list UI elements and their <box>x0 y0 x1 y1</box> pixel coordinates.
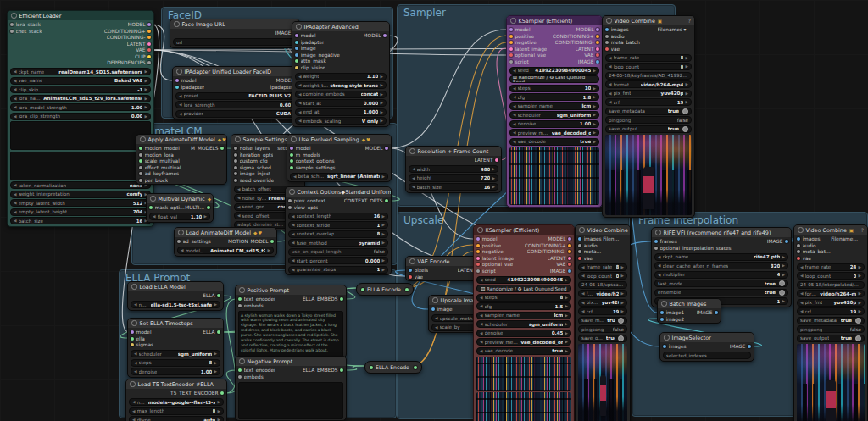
ipadapter-unified-loader-faceid-input-model[interactable]: model <box>175 78 204 84</box>
context-options-standard-uniform-widget-context_length[interactable]: ◀context_length16▶ <box>288 213 388 220</box>
negative-prompt-input-embeds[interactable]: embeds <box>238 374 275 380</box>
efficient-loader-input-cnet_stack[interactable]: cnet_stack <box>10 29 42 35</box>
efficient-loader-textarea[interactable] <box>10 152 151 180</box>
collapse-icon[interactable] <box>140 136 146 142</box>
output-slot-dot[interactable] <box>568 250 571 253</box>
decrement-arrow-icon[interactable]: ◀ <box>800 301 804 305</box>
image-selector-input-images[interactable]: images <box>663 344 687 350</box>
positive-prompt-input-embeds[interactable]: embeds <box>238 303 275 309</box>
output-slot-dot[interactable] <box>568 244 571 247</box>
load-t5-textencoder-ella-widget-dtype[interactable]: ◀dtypeauto▶ <box>129 416 224 421</box>
batch-images-output-IMAGE[interactable]: IMAGE <box>697 310 718 316</box>
input-slot-dot[interactable] <box>509 53 513 57</box>
increment-arrow-icon[interactable]: ▶ <box>565 278 568 282</box>
decrement-arrow-icon[interactable]: ◀ <box>134 361 137 365</box>
efficient-loader-widget-ckpt_name[interactable]: ◀ckpt_namerealDream14_SD15.safetensors▶ <box>10 68 151 75</box>
increment-arrow-icon[interactable]: ▶ <box>685 56 688 60</box>
image-selector-output-IMAGE[interactable]: IMAGE <box>730 344 751 350</box>
decrement-arrow-icon[interactable]: ◀ <box>153 214 156 219</box>
sample-settings-input-iteration_opts[interactable]: iteration_opts <box>234 152 277 158</box>
collapse-icon[interactable] <box>664 335 670 341</box>
increment-arrow-icon[interactable]: ▶ <box>565 340 568 344</box>
output-slot-dot[interactable] <box>385 199 388 202</box>
collapse-icon[interactable] <box>131 320 137 326</box>
resolution-frame-count-widget-width[interactable]: ◀width480▶ <box>409 165 498 173</box>
output-slot-dot[interactable] <box>147 48 151 52</box>
decrement-arrow-icon[interactable]: ◀ <box>480 340 483 344</box>
video-combine-2[interactable]: Video Combine▣?imagesaudiometa_batchvaeF… <box>575 224 631 421</box>
input-slot-dot[interactable] <box>660 311 664 314</box>
toggle-knob-icon[interactable] <box>618 335 624 341</box>
increment-arrow-icon[interactable]: ▶ <box>565 304 568 308</box>
video-combine-1-widget-save_metadata[interactable]: save_metadatatrue <box>605 108 692 115</box>
input-slot-dot[interactable] <box>578 237 581 241</box>
increment-arrow-icon[interactable]: ▶ <box>217 418 220 421</box>
increment-arrow-icon[interactable]: ▶ <box>782 263 785 268</box>
decrement-arrow-icon[interactable]: ◀ <box>609 64 612 69</box>
ksampler-efficient-1-output-MODEL[interactable]: MODEL <box>553 27 599 33</box>
increment-arrow-icon[interactable]: ▶ <box>565 322 568 326</box>
rife-vfi-input-optional_interpolation_states[interactable]: optional_interpolation_states <box>654 246 732 252</box>
ksampler-efficient-1-input-script[interactable]: script <box>509 59 547 65</box>
input-slot-dot[interactable] <box>431 307 435 311</box>
output-slot-dot[interactable] <box>147 55 151 58</box>
output-slot-dot[interactable] <box>785 240 788 243</box>
apply-animatediff-model-input-ad_keyframes[interactable]: ad_keyframes <box>139 171 181 177</box>
ipadapter-advanced-input-image[interactable]: image <box>295 46 340 52</box>
rife-vfi-widget-ensemble[interactable]: ensembletrue <box>654 289 788 296</box>
decrement-arrow-icon[interactable]: ◀ <box>132 409 136 413</box>
apply-animatediff-model-input-motion_model[interactable]: motion_model <box>139 146 181 152</box>
output-slot-dot[interactable] <box>568 237 571 241</box>
collapse-icon[interactable] <box>291 136 297 142</box>
output-slot-dot[interactable] <box>596 60 599 64</box>
input-slot-dot[interactable] <box>288 199 292 202</box>
positive-prompt[interactable]: Positive Prompttext_encoderembedsELLA_EM… <box>235 285 347 358</box>
input-slot-dot[interactable] <box>797 237 800 241</box>
resolution-frame-count-widget-batch_size[interactable]: ◀batch_size16▶ <box>409 183 498 191</box>
increment-arrow-icon[interactable]: ▶ <box>381 241 385 245</box>
decrement-arrow-icon[interactable]: ◀ <box>237 205 241 209</box>
input-slot-dot[interactable] <box>509 35 513 38</box>
input-slot-dot[interactable] <box>797 244 800 247</box>
ipadapter-advanced-input-ipadapter[interactable]: ipadapter <box>295 40 340 46</box>
ksampler-efficient-2-widget-steps[interactable]: ◀steps8▶ <box>476 294 571 302</box>
decrement-arrow-icon[interactable]: ◀ <box>292 258 295 263</box>
increment-arrow-icon[interactable]: ▶ <box>214 361 217 365</box>
decrement-arrow-icon[interactable]: ◀ <box>412 185 415 189</box>
upscale-image-by-input-image[interactable]: image <box>431 307 453 313</box>
increment-arrow-icon[interactable]: ▶ <box>214 302 217 307</box>
decrement-arrow-icon[interactable]: ◀ <box>658 273 661 277</box>
output-slot-dot[interactable] <box>147 36 151 39</box>
input-slot-dot[interactable] <box>654 240 658 243</box>
load-animatediff-model-widget-model_name[interactable]: ◀model_nameAnimateLCM_sd15_t2v.ckpt▶ <box>177 247 274 254</box>
video-combine-2-widget-format[interactable]: ◀formatvideo/h264-mp4▶ <box>578 290 627 297</box>
decrement-arrow-icon[interactable]: ◀ <box>412 167 415 171</box>
toggle-knob-icon[interactable] <box>618 318 624 324</box>
apply-animatediff-model[interactable]: Apply AnimateDiff Model◆♥motion_modelmot… <box>136 134 227 185</box>
input-slot-dot[interactable] <box>290 159 293 163</box>
output-slot-dot[interactable] <box>340 368 343 372</box>
increment-arrow-icon[interactable]: ▶ <box>492 167 495 171</box>
sample-settings-input-noise_layers[interactable]: noise_layers <box>234 146 277 152</box>
ipadapter-unified-loader-faceid[interactable]: IPAdapter Unified Loader FaceIDmodelipad… <box>172 66 303 119</box>
decrement-arrow-icon[interactable]: ◀ <box>14 201 17 205</box>
image-selector[interactable]: ImageSelectorimagesIMAGEselected_indexes <box>659 332 754 362</box>
output-slot-dot[interactable] <box>861 237 865 241</box>
input-slot-dot[interactable] <box>578 257 581 260</box>
toggle-knob-icon[interactable] <box>682 108 688 114</box>
output-slot-dot[interactable] <box>495 158 498 162</box>
efficient-loader-output-CONDITIONING+[interactable]: CONDITIONING+ <box>104 29 151 35</box>
input-slot-dot[interactable] <box>295 47 298 50</box>
efficient-loader-output-CONDITIONING-[interactable]: CONDITIONING- <box>104 35 151 41</box>
context-options-standard-uniform-header[interactable]: Context Options◆Standard Uniform◆♥ <box>286 187 391 197</box>
video-combine-1-widget-save_output[interactable]: save_outputtrue <box>605 125 692 133</box>
multival-dynamic[interactable]: Multival Dynamic◆mask_optionalMULTIVAL◀f… <box>146 193 214 223</box>
rife-vfi-widget-multiplier[interactable]: ◀multiplier4▶ <box>654 271 788 279</box>
decrement-arrow-icon[interactable]: ◀ <box>132 400 136 404</box>
collapse-icon[interactable] <box>235 136 241 142</box>
input-slot-dot[interactable] <box>149 206 153 209</box>
efficient-loader-widget-lora_name[interactable]: ◀lora_nameAnimateLCM_sd15_t2v_lora.safet… <box>10 95 151 102</box>
decrement-arrow-icon[interactable]: ◀ <box>134 369 137 374</box>
ella-encode-1-input-slot[interactable] <box>361 288 364 291</box>
ksampler-efficient-1-widget-cfg[interactable]: ◀cfg1.8▶ <box>509 93 599 101</box>
